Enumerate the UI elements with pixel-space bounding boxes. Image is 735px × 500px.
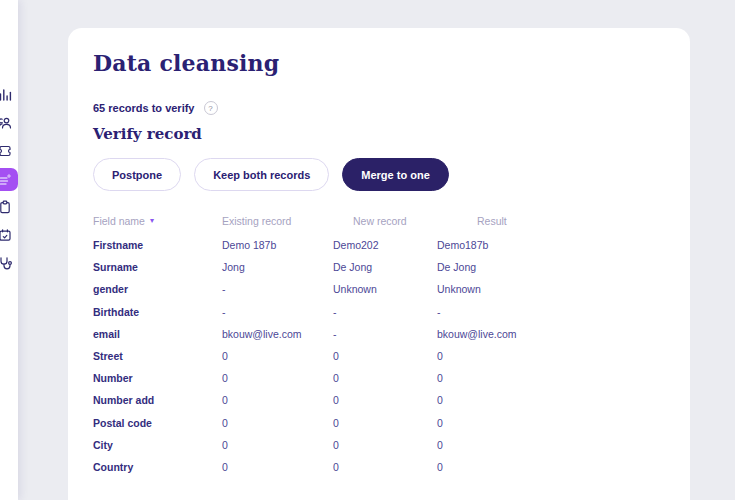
existing-record-cell: 0	[222, 439, 333, 451]
table-header-row: Field name ▾ Existing record New record …	[93, 214, 690, 228]
users-icon	[0, 116, 12, 130]
result-cell: 0	[437, 439, 557, 451]
existing-record-cell: 0	[222, 417, 333, 429]
field-name-cell: Firstname	[93, 239, 222, 251]
table-body: Firstname Demo 187b Demo202 Demo187b Sur…	[93, 234, 690, 478]
new-record-cell: Demo202	[333, 239, 437, 251]
new-record-cell: 0	[333, 372, 437, 384]
ticket-icon	[0, 144, 12, 158]
result-cell: De Jong	[437, 261, 557, 273]
postpone-button[interactable]: Postpone	[93, 158, 181, 191]
sidebar-item-statistics[interactable]	[0, 81, 18, 109]
result-cell: Demo187b	[437, 239, 557, 251]
records-count: 65 records to verify	[93, 102, 195, 114]
field-name-cell: Surname	[93, 261, 222, 273]
table-row: Firstname Demo 187b Demo202 Demo187b	[93, 234, 690, 256]
existing-record-cell: 0	[222, 461, 333, 473]
field-name-cell: Country	[93, 461, 222, 473]
table-row: Number 0 0 0	[93, 367, 690, 389]
new-record-cell: 0	[333, 394, 437, 406]
verify-record-table: Field name ▾ Existing record New record …	[93, 214, 690, 478]
content-card: Data cleansing 65 records to verify ? Ve…	[68, 28, 690, 500]
records-info-row: 65 records to verify ?	[93, 101, 690, 115]
result-cell: 0	[437, 394, 557, 406]
sort-caret-icon: ▾	[150, 217, 154, 225]
new-record-cell: 0	[333, 461, 437, 473]
result-cell: 0	[437, 461, 557, 473]
new-record-cell: -	[333, 306, 437, 318]
field-name-cell: Number add	[93, 394, 222, 406]
new-record-cell: -	[333, 328, 437, 340]
new-record-cell: 0	[333, 350, 437, 362]
result-cell: 0	[437, 350, 557, 362]
table-row: Postal code 0 0 0	[93, 412, 690, 434]
field-name-cell: City	[93, 439, 222, 451]
table-row: Surname Jong De Jong De Jong	[93, 256, 690, 278]
existing-record-cell: Jong	[222, 261, 333, 273]
sidebar	[0, 0, 18, 500]
clipboard-icon	[0, 200, 12, 214]
sidebar-item-contacts[interactable]	[0, 109, 18, 137]
result-cell: 0	[437, 372, 557, 384]
section-title: Verify record	[93, 124, 690, 144]
screen: Data cleansing 65 records to verify ? Ve…	[0, 0, 735, 500]
bar-chart-icon	[0, 88, 12, 102]
column-header-existing-record: Existing record	[222, 215, 333, 227]
new-record-cell: 0	[333, 439, 437, 451]
existing-record-cell: Demo 187b	[222, 239, 333, 251]
action-buttons: Postpone Keep both records Merge to one	[93, 158, 690, 191]
field-name-cell: Postal code	[93, 417, 222, 429]
new-record-cell: Unknown	[333, 283, 437, 295]
sidebar-item-diagnostics[interactable]	[0, 249, 18, 277]
magic-list-icon	[0, 173, 12, 187]
field-name-header-label: Field name	[93, 215, 145, 227]
result-cell: 0	[437, 417, 557, 429]
existing-record-cell: -	[222, 283, 333, 295]
table-row: Country 0 0 0	[93, 456, 690, 478]
table-row: City 0 0 0	[93, 434, 690, 456]
existing-record-cell: 0	[222, 350, 333, 362]
column-header-new-record: New record	[333, 215, 437, 227]
new-record-cell: 0	[333, 417, 437, 429]
column-header-field-name[interactable]: Field name ▾	[93, 215, 222, 227]
table-row: gender - Unknown Unknown	[93, 278, 690, 300]
merge-to-one-button[interactable]: Merge to one	[342, 158, 448, 191]
field-name-cell: Street	[93, 350, 222, 362]
existing-record-cell: 0	[222, 372, 333, 384]
new-record-cell: De Jong	[333, 261, 437, 273]
table-row: Street 0 0 0	[93, 345, 690, 367]
sidebar-item-tasks[interactable]	[0, 193, 18, 221]
help-icon[interactable]: ?	[204, 101, 218, 115]
field-name-cell: email	[93, 328, 222, 340]
table-row: email bkouw@live.com - bkouw@live.com	[93, 323, 690, 345]
existing-record-cell: bkouw@live.com	[222, 328, 333, 340]
result-cell: -	[437, 306, 557, 318]
field-name-cell: Number	[93, 372, 222, 384]
existing-record-cell: 0	[222, 394, 333, 406]
column-header-result: Result	[437, 215, 557, 227]
table-row: Birthdate - - -	[93, 301, 690, 323]
sidebar-item-campaigns[interactable]	[0, 137, 18, 165]
keep-both-records-button[interactable]: Keep both records	[194, 158, 329, 191]
table-row: Number add 0 0 0	[93, 389, 690, 411]
field-name-cell: gender	[93, 283, 222, 295]
field-name-cell: Birthdate	[93, 306, 222, 318]
sidebar-item-data-cleansing[interactable]	[0, 168, 18, 191]
page-title: Data cleansing	[93, 49, 690, 77]
existing-record-cell: -	[222, 306, 333, 318]
calendar-check-icon	[0, 228, 12, 242]
sidebar-item-calendar[interactable]	[0, 221, 18, 249]
result-cell: Unknown	[437, 283, 557, 295]
result-cell: bkouw@live.com	[437, 328, 557, 340]
stethoscope-icon	[0, 256, 12, 270]
